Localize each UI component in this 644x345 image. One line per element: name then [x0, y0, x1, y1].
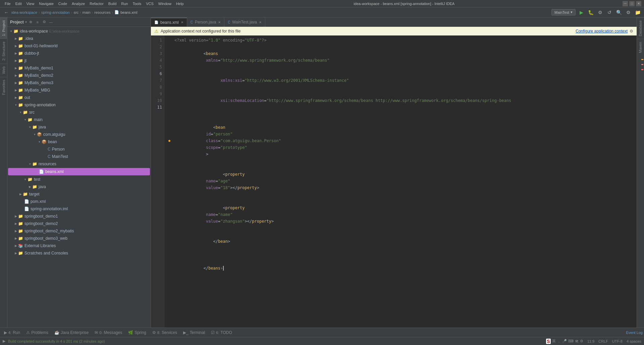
menu-bar[interactable]: File Edit View Navigate Code Analyze Ref…: [3, 1, 186, 6]
tab-beansxml[interactable]: 📄 beans.xml ✕: [151, 18, 187, 26]
encoding[interactable]: UTF-8: [612, 339, 623, 343]
tree-item-comatguigu[interactable]: ▾ 📦 com.atguigu: [7, 131, 151, 138]
bottom-tab-problems[interactable]: ⚠ Problems: [23, 329, 51, 337]
build-button[interactable]: ⚙: [596, 9, 604, 16]
menu-navigate[interactable]: Navigate: [37, 1, 55, 6]
left-vtab-favorites[interactable]: Favorites: [0, 77, 7, 98]
tree-item-springiml[interactable]: ▶ 📄 spring-annotation.iml: [7, 205, 151, 213]
bottom-tab-javaenterprise[interactable]: ☕ Java Enterprise: [52, 329, 91, 337]
tree-item-resources[interactable]: ▾ 📁 resources: [7, 160, 151, 168]
event-log-link[interactable]: Event Log: [626, 331, 643, 335]
tree-item-scratches[interactable]: ▶ 📁 Scratches and Consoles: [7, 249, 151, 257]
tree-item-springboot3web[interactable]: ▶ 📁 springboot_demo3_web: [7, 235, 151, 242]
window-controls[interactable]: ─ □ ✕: [623, 1, 641, 6]
menu-build[interactable]: Build: [106, 1, 118, 6]
tree-item-root[interactable]: ▾ 📁 idea-workspace E:\idea-workspace: [7, 27, 151, 35]
code-content[interactable]: <?xml version="1.0" encoding="UTF-8"?> <…: [164, 36, 637, 328]
project-view-button[interactable]: 📁: [634, 9, 641, 16]
tree-item-springboot2[interactable]: ▶ 📁 springboot_demo2: [7, 220, 151, 227]
tree-item-testjava[interactable]: ▶ 📁 java: [7, 183, 151, 190]
menu-analyze[interactable]: Analyze: [70, 1, 87, 6]
tree-item-mybatis3[interactable]: ▶ 📁 MyBatis_demo3: [7, 79, 151, 87]
line-ending[interactable]: CRLF: [598, 339, 608, 343]
menu-help[interactable]: Help: [174, 1, 186, 6]
maximize-button[interactable]: □: [629, 1, 635, 6]
bottom-tab-run[interactable]: ▶ 4: Run: [1, 329, 23, 337]
sogou-tools[interactable]: 🛠: [575, 339, 579, 343]
tree-item-idea[interactable]: ▶ 📁 .idea: [7, 35, 151, 42]
build-status-text[interactable]: Build completed successfully in 4 s 201 …: [8, 339, 105, 343]
tree-item-test[interactable]: ▾ 📁 test: [7, 176, 151, 183]
cursor-position[interactable]: 11:9: [587, 339, 594, 343]
tree-item-mybatis1[interactable]: ▶ 📁 MyBatis_demo1: [7, 64, 151, 72]
menu-run[interactable]: Run: [119, 1, 130, 6]
minimize-button[interactable]: ─: [623, 1, 628, 6]
tree-item-person[interactable]: ▶ C Person: [7, 146, 151, 153]
breadcrumb-workspace[interactable]: idea-workspace: [11, 10, 37, 14]
tree-item-boot01[interactable]: ▶ 📁 boot-01-helloworld: [7, 42, 151, 50]
left-vtab-structure[interactable]: 2: Structure: [0, 39, 7, 63]
locate-icon[interactable]: ⊕: [28, 19, 34, 25]
search-button[interactable]: 🔍: [615, 9, 623, 16]
sogou-punctuation[interactable]: ，: [557, 339, 561, 344]
tree-item-java[interactable]: ▾ 📁 java: [7, 123, 151, 131]
navigate-back-button[interactable]: ←: [3, 9, 10, 16]
tree-item-src[interactable]: ▾ 📁 src: [7, 109, 151, 116]
bottom-tab-messages[interactable]: ✉ 0: Messages: [92, 329, 125, 337]
indent-info[interactable]: 4 spaces: [627, 339, 641, 343]
right-tab-maven[interactable]: Maven: [637, 39, 644, 56]
tree-item-beansxml[interactable]: ▶ 📄 beans.xml: [8, 168, 150, 175]
tab-close-personjava[interactable]: ✕: [218, 20, 221, 24]
breadcrumb-src[interactable]: src: [73, 10, 78, 14]
tab-close-maintestjava[interactable]: ✕: [259, 20, 262, 24]
menu-edit[interactable]: Edit: [13, 1, 24, 6]
tree-item-springboot1[interactable]: ▶ 📁 springboot_demo1: [7, 213, 151, 220]
tree-item-main[interactable]: ▾ 📁 main: [7, 116, 151, 123]
breadcrumb-main[interactable]: main: [83, 10, 91, 14]
tab-personjava[interactable]: C Person.java ✕: [187, 18, 225, 26]
tree-item-mybatismbg[interactable]: ▶ 📁 MyBatis_MBG: [7, 87, 151, 94]
close-button[interactable]: ✕: [636, 1, 641, 6]
bottom-tab-spring[interactable]: 🌿 Spring: [125, 329, 149, 337]
tree-item-springboot2mybatis[interactable]: ▶ 📁 springboot_demo2_mybatis: [7, 227, 151, 235]
hide-icon[interactable]: —: [48, 19, 54, 25]
tree-item-pomxml[interactable]: ▶ 📄 pom.xml: [7, 198, 151, 205]
left-vtab-web[interactable]: Web: [0, 63, 7, 76]
menu-refactor[interactable]: Refactor: [88, 1, 106, 6]
tree-item-maintest[interactable]: ▶ C MainTest: [7, 153, 151, 160]
tree-item-out[interactable]: ▶ 📁 out: [7, 94, 151, 101]
tree-item-mybatis2[interactable]: ▶ 📁 MyBatis_demo2: [7, 72, 151, 79]
bottom-tab-terminal[interactable]: ▶_ Terminal: [180, 329, 208, 337]
tree-item-bean[interactable]: ▾ 📦 bean: [7, 138, 151, 146]
tree-item-dubbo[interactable]: ▶ 📁 dubbo-jt: [7, 50, 151, 57]
sogou-keyboard[interactable]: ⌨: [568, 339, 574, 343]
tree-item-jt[interactable]: ▶ 📁 jt: [7, 57, 151, 64]
run-button[interactable]: ▶: [578, 9, 585, 16]
tab-maintestjava[interactable]: C MainTest.java ✕: [224, 18, 265, 26]
sogou-lang[interactable]: 英: [552, 339, 556, 344]
tree-item-extlibs[interactable]: ▶ 📚 External Libraries: [7, 242, 151, 249]
left-vtab-project[interactable]: 1: Project: [0, 17, 7, 39]
code-editor[interactable]: 1 2 3 4 5 6 7 8 9 10 11 <?xml version="1…: [151, 36, 637, 328]
rerun-button[interactable]: ↺: [606, 9, 613, 16]
tree-item-spring-annotation[interactable]: ▾ 📁 spring-annotation: [7, 101, 151, 109]
debug-button[interactable]: 🐛: [587, 9, 594, 16]
tab-close-beansxml[interactable]: ✕: [181, 20, 183, 24]
configure-context-link[interactable]: Configure application context: [576, 29, 628, 34]
breadcrumb-module[interactable]: spring-annotation: [41, 10, 70, 14]
breadcrumb-resources[interactable]: resources: [94, 10, 110, 14]
project-dropdown-arrow[interactable]: ▾: [25, 20, 27, 24]
bottom-tab-services[interactable]: ⚙ 8: Services: [150, 329, 180, 337]
run-config-selector[interactable]: MainTest ▾: [551, 9, 576, 15]
menu-code[interactable]: Code: [56, 1, 69, 6]
menu-vcs[interactable]: VCS: [144, 1, 156, 6]
menu-view[interactable]: View: [24, 1, 37, 6]
sogou-settings[interactable]: ⚙: [580, 339, 583, 343]
sogou-voice[interactable]: 🎤: [562, 339, 567, 343]
settings-icon[interactable]: ⚙: [42, 19, 47, 25]
menu-tools[interactable]: Tools: [130, 1, 143, 6]
warning-settings-icon[interactable]: ⚙: [630, 29, 633, 34]
settings-button[interactable]: ⚙: [625, 9, 632, 16]
breadcrumb-file[interactable]: beans.xml: [120, 10, 137, 14]
menu-file[interactable]: File: [3, 1, 13, 6]
